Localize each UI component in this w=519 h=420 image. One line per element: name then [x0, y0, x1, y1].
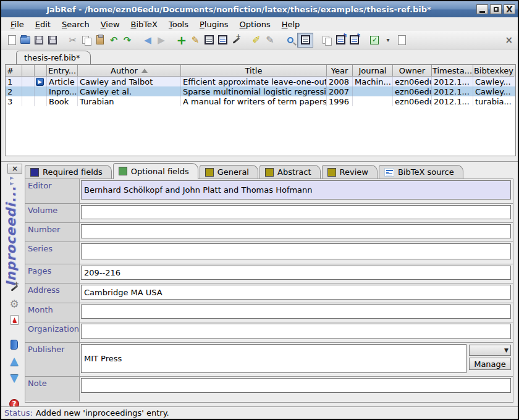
new-subdatabase-icon[interactable] — [320, 33, 334, 47]
table-row[interactable]: 1 ▶ Article Cawley and Talbot Efficient … — [6, 77, 515, 86]
entry-editor-close-button[interactable]: × — [7, 164, 22, 174]
previous-entry-icon[interactable]: ▲ — [10, 355, 18, 367]
column-header-icon1[interactable] — [22, 65, 35, 77]
column-header-title[interactable]: Title — [181, 65, 327, 77]
pages-field[interactable] — [81, 266, 511, 280]
publisher-combo[interactable]: ▼ — [469, 345, 511, 356]
back-icon[interactable]: ◀ — [141, 33, 154, 47]
new-database-icon[interactable] — [5, 33, 19, 47]
field-label: Editor — [25, 179, 80, 203]
menu-tools[interactable]: Tools — [163, 19, 194, 30]
column-header-timestamp[interactable]: Timesta... — [432, 65, 473, 77]
table-row[interactable]: 3 Book Turabian A manual for writers of … — [6, 96, 515, 106]
tab-required-fields[interactable]: Required fields — [25, 165, 112, 179]
cut-icon[interactable]: ✂ — [66, 33, 80, 47]
month-field[interactable] — [81, 304, 511, 319]
table-row-selected[interactable]: 2 Inpro... Cawley et al. Sparse multinom… — [6, 86, 515, 96]
tab-bibtex-source[interactable]: BibTeX source — [379, 165, 463, 179]
editor-field[interactable] — [81, 180, 511, 200]
toggle-search-panel-icon[interactable] — [297, 33, 313, 48]
publisher-field[interactable] — [81, 344, 466, 373]
bibtex-source-icon — [384, 168, 394, 177]
field-label: Publisher — [25, 343, 80, 376]
menu-edit[interactable]: Edit — [30, 19, 56, 30]
volume-field[interactable] — [81, 205, 511, 219]
field-row-address: Address — [25, 284, 513, 303]
menu-file[interactable]: File — [5, 19, 30, 30]
generate-key-wand-icon[interactable] — [9, 283, 19, 293]
menu-view[interactable]: View — [95, 19, 125, 30]
menu-bibtex[interactable]: BibTeX — [125, 19, 163, 30]
pdf-icon[interactable] — [11, 315, 19, 325]
search-icon[interactable] — [284, 33, 297, 47]
column-header-journal[interactable]: Journal — [353, 65, 393, 77]
panel-splitter[interactable] — [1, 156, 518, 161]
undo-icon[interactable]: ↶ — [107, 33, 120, 47]
open-database-icon[interactable] — [19, 33, 32, 47]
next-entry-icon[interactable]: ▼ — [10, 372, 18, 384]
column-header-owner[interactable]: Owner — [393, 65, 432, 77]
forward-icon[interactable]: ▶ — [154, 33, 168, 47]
tab-abstract[interactable]: Abstract — [260, 165, 321, 179]
column-header-icon2[interactable] — [35, 65, 47, 77]
status-label: Status: — [4, 408, 33, 418]
redo-icon[interactable]: ↷ — [120, 33, 134, 47]
gear-icon[interactable]: ⚙ — [9, 298, 19, 310]
field-row-editor: Editor — [25, 179, 513, 204]
cell-title: Efficient approximate leave-one-out... — [181, 77, 327, 86]
book-icon[interactable] — [11, 340, 18, 350]
organization-field[interactable] — [81, 324, 511, 339]
tab-optional-fields[interactable]: Optional fields — [113, 163, 198, 179]
column-header-bibtexkey[interactable]: Bibtexkey — [473, 65, 514, 77]
unmark-entries-icon[interactable]: ✎ — [263, 33, 277, 47]
minimize-icon — [479, 11, 485, 13]
column-header-entrytype[interactable]: Entry... — [47, 65, 78, 77]
title-bar[interactable]: JabRef - /home/ezn06edu/Documents/nonfic… — [1, 1, 518, 17]
cell-journal: Machin... — [353, 77, 393, 86]
series-field[interactable] — [81, 243, 511, 259]
status-message: Added new 'inproceedings' entry. — [36, 408, 169, 418]
tab-general[interactable]: General — [200, 165, 258, 179]
web-search-icon[interactable] — [368, 33, 381, 47]
copy-icon[interactable] — [80, 33, 93, 47]
manage-button[interactable]: Manage — [469, 358, 511, 370]
save-database-icon[interactable] — [32, 33, 46, 47]
mark-entries-icon[interactable]: ✐ — [250, 33, 263, 47]
column-header-year[interactable]: Year — [327, 65, 353, 77]
open-file-icon[interactable] — [395, 33, 408, 47]
push-to-application-icon[interactable]: ↰ — [334, 33, 347, 47]
cell-icon2 — [35, 96, 47, 106]
edit-entry-icon[interactable]: ✎ — [188, 33, 202, 47]
note-field[interactable] — [81, 378, 511, 393]
column-header-number[interactable]: # — [6, 65, 22, 77]
entry-table: # Entry... Author Title Year Journal Own… — [5, 64, 516, 156]
file-tab-bar: thesis-ref.bib* — [1, 50, 518, 64]
minimize-button[interactable] — [476, 4, 488, 14]
maximize-icon — [494, 7, 499, 12]
web-search-dropdown-icon[interactable]: ▾ — [381, 33, 395, 47]
column-header-author[interactable]: Author — [78, 65, 181, 77]
field-row-month: Month — [25, 303, 513, 322]
push-to-lyx-icon[interactable]: ↰ — [347, 33, 361, 47]
general-icon — [205, 168, 214, 177]
edit-strings-icon[interactable] — [216, 33, 229, 47]
new-entry-icon[interactable]: + — [175, 33, 188, 47]
menu-help[interactable]: Help — [276, 19, 306, 30]
number-field[interactable] — [81, 224, 511, 238]
paste-icon[interactable] — [93, 33, 107, 47]
save-as-icon[interactable] — [46, 33, 59, 47]
preview-icon[interactable] — [202, 33, 216, 47]
close-button[interactable]: X — [504, 4, 515, 14]
cell-icon1 — [22, 96, 35, 106]
cell-icon1 — [22, 77, 35, 86]
panel-close-icon[interactable]: × — [505, 35, 513, 46]
tab-review[interactable]: Review — [322, 165, 378, 179]
maximize-button[interactable] — [490, 4, 502, 14]
menu-options[interactable]: Options — [234, 19, 276, 30]
url-icon[interactable]: ▶ — [36, 78, 44, 86]
menu-search[interactable]: Search — [56, 19, 95, 30]
file-tab[interactable]: thesis-ref.bib* — [16, 51, 91, 64]
menu-plugins[interactable]: Plugins — [194, 19, 234, 30]
address-field[interactable] — [81, 285, 511, 300]
new-entry-from-plain-text-icon[interactable] — [229, 33, 243, 47]
